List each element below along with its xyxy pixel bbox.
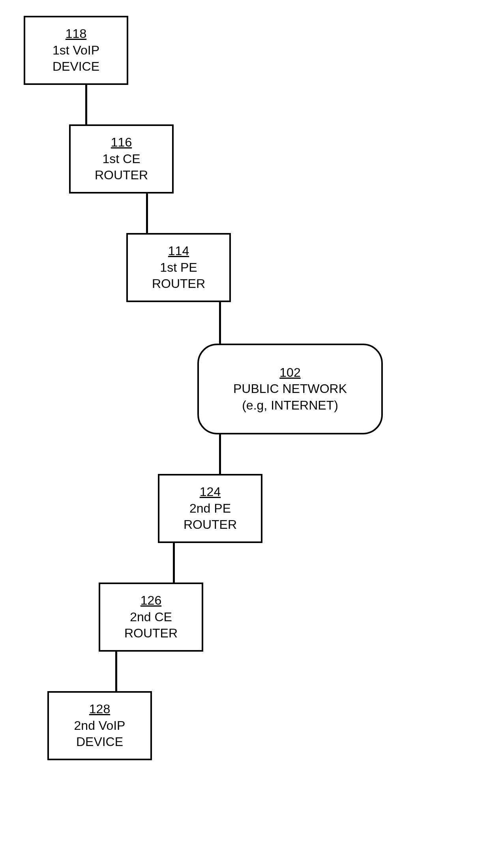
node-1st-pe-router: 114 1st PE ROUTER bbox=[126, 233, 231, 302]
node-1st-ce-router: 116 1st CE ROUTER bbox=[69, 124, 174, 194]
node-ref: 118 bbox=[66, 26, 86, 42]
node-line1: 1st VoIP bbox=[52, 42, 99, 59]
node-ref: 128 bbox=[89, 701, 110, 718]
node-line2: ROUTER bbox=[184, 517, 237, 533]
node-line2: ROUTER bbox=[124, 625, 178, 642]
connector bbox=[146, 194, 148, 233]
node-line2: ROUTER bbox=[95, 167, 148, 184]
connector bbox=[115, 652, 117, 691]
node-line1: 2nd CE bbox=[130, 609, 172, 626]
node-ref: 116 bbox=[111, 134, 132, 151]
node-line2: ROUTER bbox=[152, 276, 205, 292]
node-line2: DEVICE bbox=[52, 58, 99, 75]
node-ref: 102 bbox=[279, 365, 300, 381]
node-2nd-ce-router: 126 2nd CE ROUTER bbox=[99, 583, 203, 652]
connector bbox=[173, 543, 175, 583]
connector bbox=[219, 434, 221, 474]
node-line2: DEVICE bbox=[76, 734, 123, 750]
node-ref: 126 bbox=[141, 592, 161, 609]
node-ref: 124 bbox=[200, 484, 221, 500]
node-public-network: 102 PUBLIC NETWORK (e.g, INTERNET) bbox=[197, 344, 383, 434]
connector bbox=[85, 85, 87, 124]
node-1st-voip-device: 118 1st VoIP DEVICE bbox=[24, 16, 128, 85]
node-line1: 1st PE bbox=[160, 259, 197, 276]
node-ref: 114 bbox=[168, 243, 189, 259]
node-line1: 2nd PE bbox=[189, 500, 231, 517]
node-line1: PUBLIC NETWORK bbox=[233, 381, 347, 397]
connector bbox=[219, 302, 221, 344]
node-line2: (e.g, INTERNET) bbox=[242, 397, 338, 414]
node-2nd-pe-router: 124 2nd PE ROUTER bbox=[158, 474, 262, 543]
node-line1: 1st CE bbox=[102, 151, 140, 167]
node-line1: 2nd VoIP bbox=[74, 718, 126, 734]
node-2nd-voip-device: 128 2nd VoIP DEVICE bbox=[47, 691, 152, 760]
